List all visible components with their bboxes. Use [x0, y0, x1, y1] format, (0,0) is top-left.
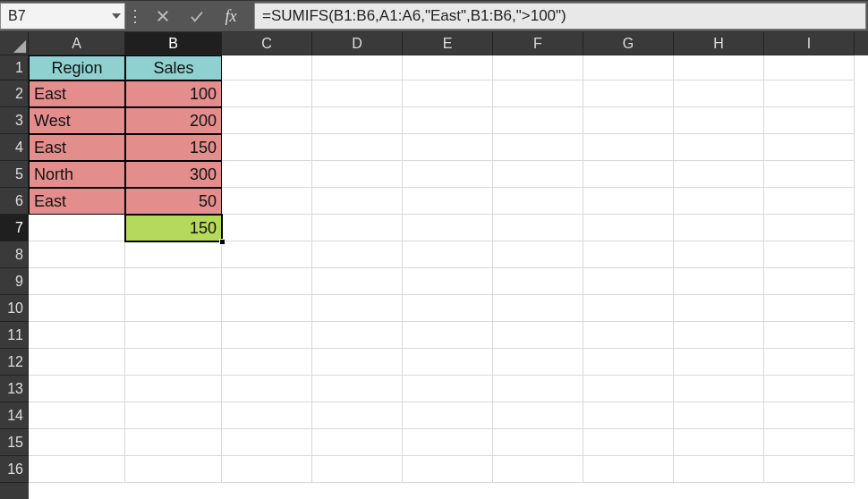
cell-I2[interactable] — [764, 80, 855, 107]
cancel-icon[interactable] — [154, 7, 172, 25]
cell-D15[interactable] — [312, 429, 403, 456]
cell-F12[interactable] — [493, 349, 583, 376]
cell-I4[interactable] — [764, 134, 855, 161]
cell-I14[interactable] — [764, 402, 855, 429]
cell-B5[interactable]: 300 — [125, 161, 222, 188]
cell-I1[interactable] — [764, 55, 855, 80]
cell-H12[interactable] — [674, 349, 764, 376]
column-header-D[interactable]: D — [312, 32, 403, 55]
cell-H16[interactable] — [674, 456, 764, 483]
cell-I8[interactable] — [764, 241, 855, 268]
cell-B8[interactable] — [125, 241, 222, 268]
cell-A2[interactable]: East — [29, 80, 125, 107]
cell-D14[interactable] — [312, 402, 403, 429]
cell-I7[interactable] — [764, 215, 855, 241]
cell-I16[interactable] — [764, 456, 855, 483]
cell-A11[interactable] — [29, 322, 125, 349]
cell-C7[interactable] — [222, 215, 312, 241]
cell-I13[interactable] — [764, 376, 855, 402]
name-box-dropdown-icon[interactable] — [112, 13, 121, 19]
row-header-12[interactable]: 12 — [0, 349, 29, 376]
row-header-15[interactable]: 15 — [0, 429, 29, 456]
cell-F13[interactable] — [493, 376, 583, 402]
cell-C5[interactable] — [222, 161, 312, 188]
cell-F1[interactable] — [493, 55, 583, 80]
cell-H4[interactable] — [674, 134, 764, 161]
cell-C9[interactable] — [222, 268, 312, 295]
cell-G14[interactable] — [583, 402, 674, 429]
cell-B13[interactable] — [125, 376, 222, 402]
cell-B4[interactable]: 150 — [125, 134, 222, 161]
cell-F15[interactable] — [493, 429, 583, 456]
cell-G2[interactable] — [583, 80, 674, 107]
cell-C13[interactable] — [222, 376, 312, 402]
cell-G3[interactable] — [583, 107, 674, 134]
cell-H13[interactable] — [674, 376, 764, 402]
cell-I5[interactable] — [764, 161, 855, 188]
cell-E12[interactable] — [403, 349, 493, 376]
cell-D1[interactable] — [312, 55, 403, 80]
cell-H11[interactable] — [674, 322, 764, 349]
cell-H2[interactable] — [674, 80, 764, 107]
cell-B3[interactable]: 200 — [125, 107, 222, 134]
cell-E7[interactable] — [403, 215, 493, 241]
cell-C4[interactable] — [222, 134, 312, 161]
row-header-8[interactable]: 8 — [0, 241, 29, 268]
cell-C1[interactable] — [222, 55, 312, 80]
row-header-16[interactable]: 16 — [0, 456, 29, 483]
cell-H14[interactable] — [674, 402, 764, 429]
cell-D13[interactable] — [312, 376, 403, 402]
cell-E14[interactable] — [403, 402, 493, 429]
cell-A7[interactable] — [29, 215, 125, 241]
name-box[interactable]: B7 — [0, 3, 125, 30]
enter-icon[interactable] — [188, 7, 206, 25]
cell-D9[interactable] — [312, 268, 403, 295]
cell-I12[interactable] — [764, 349, 855, 376]
row-header-7[interactable]: 7 — [0, 215, 29, 241]
cell-G9[interactable] — [583, 268, 674, 295]
row-header-13[interactable]: 13 — [0, 376, 29, 402]
cell-A10[interactable] — [29, 295, 125, 322]
cell-B15[interactable] — [125, 429, 222, 456]
cell-F6[interactable] — [493, 188, 583, 215]
cell-B2[interactable]: 100 — [125, 80, 222, 107]
cell-I3[interactable] — [764, 107, 855, 134]
cell-G1[interactable] — [583, 55, 674, 80]
cell-D10[interactable] — [312, 295, 403, 322]
cell-C14[interactable] — [222, 402, 312, 429]
cell-G4[interactable] — [583, 134, 674, 161]
column-header-F[interactable]: F — [493, 32, 583, 55]
cell-F2[interactable] — [493, 80, 583, 107]
cell-A9[interactable] — [29, 268, 125, 295]
formula-input[interactable]: =SUMIFS(B1:B6,A1:A6,"East",B1:B6,">100") — [254, 3, 866, 30]
row-header-4[interactable]: 4 — [0, 134, 29, 161]
cell-F3[interactable] — [493, 107, 583, 134]
cell-C11[interactable] — [222, 322, 312, 349]
column-header-E[interactable]: E — [403, 32, 493, 55]
column-header-A[interactable]: A — [29, 32, 125, 55]
row-header-9[interactable]: 9 — [0, 268, 29, 295]
cell-F8[interactable] — [493, 241, 583, 268]
cell-F14[interactable] — [493, 402, 583, 429]
cell-A16[interactable] — [29, 456, 125, 483]
cell-A5[interactable]: North — [29, 161, 125, 188]
cell-E6[interactable] — [403, 188, 493, 215]
row-header-3[interactable]: 3 — [0, 107, 29, 134]
cell-A12[interactable] — [29, 349, 125, 376]
cell-H10[interactable] — [674, 295, 764, 322]
select-all-corner[interactable] — [0, 32, 29, 55]
cell-B16[interactable] — [125, 456, 222, 483]
cell-D5[interactable] — [312, 161, 403, 188]
cell-I15[interactable] — [764, 429, 855, 456]
cell-B9[interactable] — [125, 268, 222, 295]
cell-E1[interactable] — [403, 55, 493, 80]
column-header-H[interactable]: H — [674, 32, 764, 55]
cell-A1[interactable]: Region — [29, 55, 125, 80]
cell-G6[interactable] — [583, 188, 674, 215]
cell-I10[interactable] — [764, 295, 855, 322]
cell-D4[interactable] — [312, 134, 403, 161]
fx-icon[interactable]: fx — [222, 7, 240, 25]
cell-B6[interactable]: 50 — [125, 188, 222, 215]
cell-I9[interactable] — [764, 268, 855, 295]
cell-D3[interactable] — [312, 107, 403, 134]
